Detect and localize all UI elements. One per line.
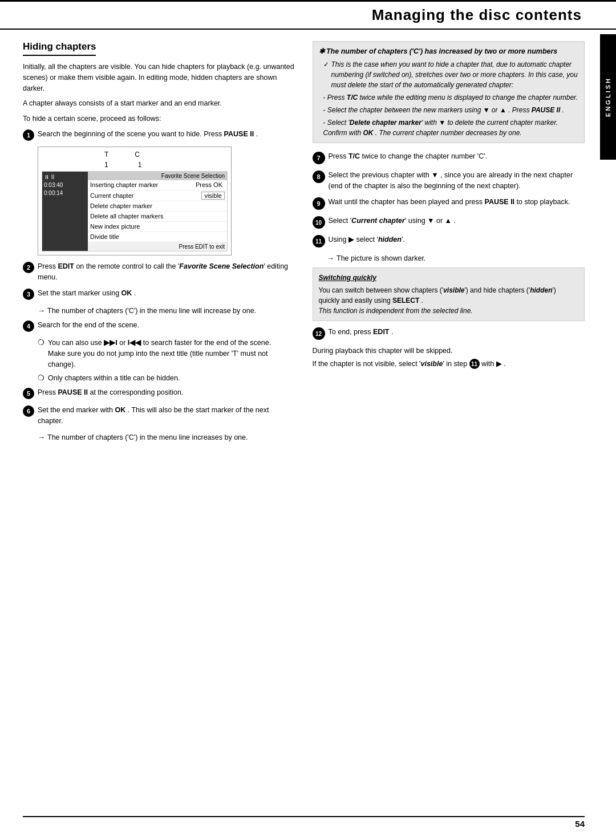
- menu-c-val: 1: [138, 161, 142, 169]
- arrow-text-3: The number of chapters ('C') in the menu…: [47, 306, 256, 316]
- menu-icon-line: ⏸ II: [44, 174, 86, 180]
- intro-para-1: Initially, all the chapters are visible.…: [23, 62, 295, 94]
- menu-t-label: T: [104, 151, 108, 159]
- step-3-arrow: → The number of chapters ('C') in the me…: [38, 306, 295, 316]
- menu-row-2: Current chapter visible: [88, 190, 227, 201]
- intro-para-3: To hide a certain scene, proceed as foll…: [23, 113, 295, 124]
- step-7-content: Press T/C twice to change the chapter nu…: [329, 151, 585, 162]
- step-7: 7 Press T/C twice to change the chapter …: [313, 151, 585, 164]
- switching-text: You can switch between show chapters ('v…: [319, 285, 579, 316]
- step-num-4: 4: [23, 320, 34, 332]
- page-title: Managing the disc contents: [372, 6, 582, 23]
- note-box: ✱ The number of chapters ('C') has incre…: [313, 41, 585, 143]
- step-num-8: 8: [313, 171, 325, 183]
- english-sidebar: ENGLISH: [600, 34, 616, 160]
- page-number: 54: [575, 819, 585, 829]
- menu-row-1-value: Press OK: [193, 181, 225, 188]
- arrow-text-11: The picture is shown darker.: [337, 253, 425, 264]
- step-6-arrow: → The number of chapters ('C') in the me…: [38, 432, 295, 443]
- step-11-content: Using ▶ select 'hidden'.: [329, 234, 585, 245]
- step-num-10: 10: [313, 216, 325, 229]
- step-12-content: To end, press EDIT .: [329, 327, 585, 338]
- bottom-border: [23, 816, 585, 817]
- step-num-5: 5: [23, 388, 34, 399]
- step-num-12: 12: [313, 327, 325, 340]
- menu-header: T C: [42, 151, 228, 159]
- menu-row-3-label: Delete chapter marker: [90, 202, 225, 209]
- arrow-text-6: The number of chapters ('C') in the menu…: [47, 432, 248, 443]
- step-9: 9 Wait until the chapter has been played…: [313, 197, 585, 210]
- page-container: Managing the disc contents ENGLISH Hidin…: [0, 0, 616, 840]
- bullet-sym-1: ❍: [38, 338, 44, 347]
- step-num-7: 7: [313, 152, 325, 164]
- menu-inner: ⏸ II 0:03:40 0:00:14 Favorite Scene Sele…: [42, 171, 228, 251]
- menu-header-spacer2: [42, 161, 87, 169]
- arrow-sym-11: →: [327, 253, 335, 264]
- step-11: 11 Using ▶ select 'hidden'.: [313, 234, 585, 247]
- footer-note-2: If the chapter is not visible, select 'v…: [313, 359, 585, 370]
- menu-left-panel: ⏸ II 0:03:40 0:00:14: [42, 172, 88, 251]
- step-num-6: 6: [23, 405, 34, 417]
- menu-row-2-label: Current chapter: [90, 192, 201, 199]
- step-4-bullet-1: ❍ You can also use ▶▶I or I◀◀ to search …: [38, 338, 295, 370]
- step-3-content: Set the start marker using OK .: [38, 288, 295, 299]
- right-column: ✱ The number of chapters ('C') has incre…: [313, 41, 585, 446]
- menu-right-panel: Favorite Scene Selection Inserting chapt…: [88, 172, 227, 251]
- step-2-content: Press EDIT on the remote control to call…: [38, 261, 295, 283]
- arrow-sym-3: →: [38, 306, 45, 315]
- footer-note-1: During playback this chapter will be ski…: [313, 346, 585, 356]
- menu-screenshot: T C 1 1 ⏸ II 0:03:40 0:00:14: [38, 147, 232, 255]
- menu-row-6: Divide title: [88, 232, 227, 242]
- intro-para-2: A chapter always consists of a start mar…: [23, 98, 295, 109]
- check-text: This is the case when you want to hide a…: [331, 59, 579, 90]
- step-2: 2 Press EDIT on the remote control to ca…: [23, 261, 295, 283]
- step-6: 6 Set the end marker with OK . This will…: [23, 405, 295, 427]
- bullet-text-2: Only chapters within a title can be hidd…: [48, 373, 180, 384]
- menu-row-5-label: New index picture: [90, 223, 225, 230]
- step-8-content: Select the previous chapter with ▼ , sin…: [329, 170, 585, 192]
- menu-bottom-bar: Press EDIT to exit: [88, 242, 227, 251]
- bullet-sym-2: ❍: [38, 374, 44, 382]
- bullet-text-1: You can also use ▶▶I or I◀◀ to search fa…: [48, 338, 295, 370]
- menu-row-6-label: Divide title: [90, 233, 225, 240]
- step-9-content: Wait until the chapter has been played a…: [329, 197, 585, 208]
- menu-time-1: 0:03:40: [44, 181, 86, 189]
- step-1-content: Search the beginning of the scene you wa…: [38, 129, 295, 140]
- step-num-3: 3: [23, 289, 34, 300]
- step-6-content: Set the end marker with OK . This will a…: [38, 405, 295, 427]
- menu-time-2: 0:00:14: [44, 189, 86, 197]
- step-5: 5 Press PAUSE II at the corresponding po…: [23, 387, 295, 399]
- step-12: 12 To end, press EDIT .: [313, 327, 585, 340]
- note-item-2: - Select the chapter between the new mar…: [323, 105, 579, 115]
- menu-row-2-value: visible: [201, 192, 225, 200]
- language-label: ENGLISH: [605, 77, 611, 117]
- step-8: 8 Select the previous chapter with ▼ , s…: [313, 170, 585, 192]
- step-4-bullet-2: ❍ Only chapters within a title can be hi…: [38, 373, 295, 384]
- menu-row-4-label: Delete all chapter markers: [90, 213, 225, 220]
- step-4: 4 Search for the end of the scene.: [23, 320, 295, 332]
- menu-row-5: New index picture: [88, 222, 227, 232]
- step-1: 1 Search the beginning of the scene you …: [23, 129, 295, 141]
- title-bar: Managing the disc contents: [0, 0, 616, 30]
- note-title: ✱ The number of chapters ('C') has incre…: [319, 46, 579, 57]
- step-num-9: 9: [313, 197, 325, 210]
- section-heading: Hiding chapters: [23, 41, 96, 56]
- step-5-content: Press PAUSE II at the corresponding posi…: [38, 387, 295, 398]
- check-sym: ✓: [323, 59, 329, 90]
- step-num-2: 2: [23, 262, 34, 273]
- step-num-1: 1: [23, 129, 34, 141]
- menu-row-3: Delete chapter marker: [88, 201, 227, 212]
- switching-title: Switching quickly: [319, 273, 579, 283]
- switching-box: Switching quickly You can switch between…: [313, 267, 585, 321]
- arrow-sym-6: →: [38, 433, 45, 441]
- step-10-content: Select 'Current chapter' using ▼ or ▲ .: [329, 216, 585, 226]
- step-4-content: Search for the end of the scene.: [38, 320, 295, 331]
- menu-top-bar: Favorite Scene Selection: [88, 172, 227, 180]
- menu-row-1: Inserting chapter marker Press OK: [88, 180, 227, 190]
- note-item-3: - Select 'Delete chapter marker' with ▼ …: [323, 117, 579, 138]
- content-area: Hiding chapters Initially, all the chapt…: [0, 41, 616, 469]
- menu-row-4: Delete all chapter markers: [88, 212, 227, 222]
- step-10: 10 Select 'Current chapter' using ▼ or ▲…: [313, 216, 585, 229]
- menu-row-1-label: Inserting chapter marker: [90, 181, 193, 188]
- left-column: Hiding chapters Initially, all the chapt…: [23, 41, 295, 446]
